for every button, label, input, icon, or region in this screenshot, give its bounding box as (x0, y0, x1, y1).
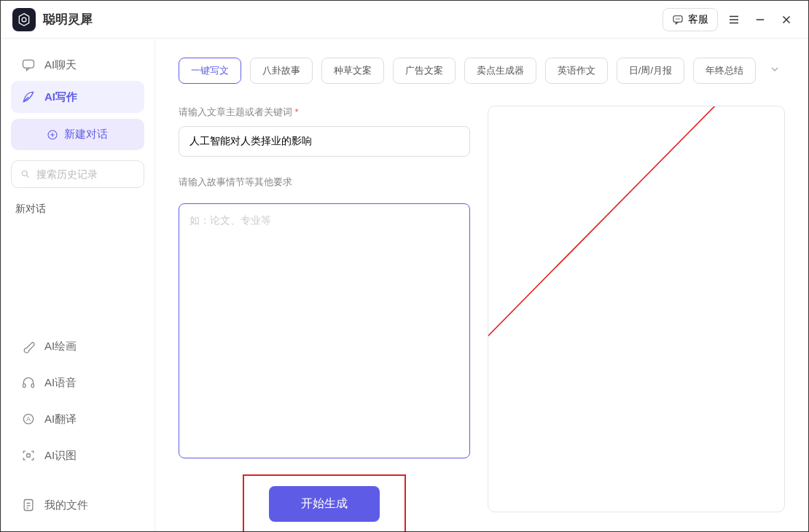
requirements-textarea[interactable] (179, 203, 470, 458)
nav-label: AI聊天 (44, 58, 77, 72)
main-content: 一键写文 八卦故事 种草文案 广告文案 卖点生成器 英语作文 日/周/月报 年终… (155, 39, 808, 531)
svg-point-3 (677, 18, 678, 19)
headphones-icon (21, 375, 36, 390)
chevron-down-icon (769, 63, 781, 75)
close-icon (780, 13, 793, 26)
new-conversation-label: 新建对话 (64, 128, 108, 141)
plus-circle-icon (47, 129, 58, 141)
minimize-button[interactable] (750, 9, 770, 30)
nav-ai-chat[interactable]: AI聊天 (11, 49, 144, 81)
sidebar: AI聊天 AI写作 新建对话 新对话 AI绘画 AI语音 (1, 39, 155, 531)
input-panel: 请输入文章主题或者关键词 * 请输入故事情节等其他要求 开始生成 (179, 106, 470, 512)
translate-icon: A (21, 412, 36, 426)
nav-ai-translate[interactable]: A AI翻译 (11, 403, 144, 435)
chat-icon (21, 58, 36, 72)
svg-rect-13 (24, 500, 33, 511)
type-tab-yearend[interactable]: 年终总结 (693, 58, 756, 84)
topic-input[interactable] (179, 126, 470, 157)
svg-point-0 (22, 17, 26, 22)
menu-button[interactable] (724, 9, 744, 30)
svg-rect-5 (23, 60, 34, 68)
nav-label: AI翻译 (44, 412, 77, 426)
menu-icon (727, 13, 740, 26)
brush-icon (21, 339, 36, 353)
quill-icon (21, 90, 36, 104)
close-button[interactable] (776, 9, 797, 30)
type-tab-ads[interactable]: 广告文案 (393, 58, 456, 84)
nav-ai-writing[interactable]: AI写作 (11, 81, 144, 113)
annotation-arrow (488, 106, 780, 515)
search-icon (20, 168, 31, 180)
nav-label: AI写作 (44, 90, 77, 104)
nav-label: AI语音 (44, 376, 77, 390)
nav-ai-voice[interactable]: AI语音 (11, 367, 144, 399)
highlight-annotation: 开始生成 (243, 474, 406, 532)
svg-line-14 (488, 106, 729, 361)
customer-service-label: 客服 (688, 13, 708, 26)
nav-label: AI绘画 (44, 340, 77, 353)
generate-button[interactable]: 开始生成 (269, 486, 380, 522)
writing-type-tabs: 一键写文 八卦故事 种草文案 广告文案 卖点生成器 英语作文 日/周/月报 年终… (179, 58, 785, 84)
svg-point-2 (676, 18, 676, 19)
svg-rect-9 (31, 384, 34, 388)
nav-ai-image-recognition[interactable]: AI识图 (11, 439, 144, 472)
app-logo-icon (12, 8, 36, 31)
chat-bubble-icon (672, 14, 684, 26)
type-tab-reports[interactable]: 日/周/月报 (617, 58, 684, 84)
expand-tabs-button[interactable] (765, 59, 785, 82)
type-tab-onekey[interactable]: 一键写文 (179, 58, 241, 84)
svg-point-7 (22, 171, 27, 176)
type-tab-seeding[interactable]: 种草文案 (321, 58, 384, 84)
requirements-label: 请输入故事情节等其他要求 (179, 176, 470, 189)
titlebar: 聪明灵犀 客服 (1, 1, 808, 39)
type-tab-gossip[interactable]: 八卦故事 (250, 58, 313, 84)
topic-label: 请输入文章主题或者关键词 * (179, 106, 470, 119)
nav-ai-painting[interactable]: AI绘画 (11, 330, 144, 362)
history-item[interactable]: 新对话 (11, 194, 144, 224)
svg-rect-8 (23, 384, 26, 388)
customer-service-button[interactable]: 客服 (663, 8, 718, 31)
nav-label: 我的文件 (44, 498, 88, 512)
search-box[interactable] (11, 160, 144, 188)
output-panel (488, 106, 785, 512)
nav-my-files[interactable]: 我的文件 (11, 489, 144, 521)
svg-text:A: A (26, 415, 31, 423)
image-scan-icon (21, 448, 36, 463)
nav-label: AI识图 (44, 449, 77, 463)
new-conversation-button[interactable]: 新建对话 (11, 119, 144, 150)
file-icon (21, 498, 36, 512)
app-title: 聪明灵犀 (43, 11, 93, 28)
search-input[interactable] (36, 168, 135, 180)
type-tab-selling-points[interactable]: 卖点生成器 (464, 58, 536, 84)
svg-point-4 (679, 18, 679, 19)
svg-point-12 (27, 454, 31, 458)
minimize-icon (754, 13, 767, 26)
type-tab-english[interactable]: 英语作文 (545, 58, 608, 84)
